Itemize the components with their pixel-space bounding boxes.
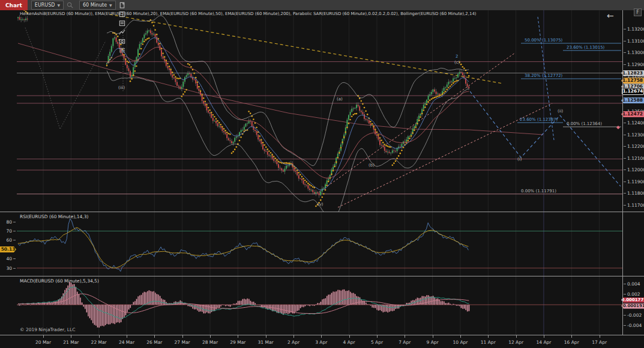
- panel-divider[interactable]: [0, 212, 644, 212]
- fib-label: 50.00% (1.13075): [525, 38, 563, 43]
- focus-corner-button[interactable]: F: [634, 8, 642, 16]
- wave-label: (c): [454, 60, 460, 65]
- chart-trader-icon[interactable]: [116, 10, 128, 19]
- date-label: 12 Apr: [504, 340, 528, 345]
- macd-tick-label: -0.002: [623, 313, 644, 318]
- instrument-value: EURUSD: [35, 2, 55, 8]
- date-label: 3 Apr: [309, 340, 333, 345]
- date-label: 24 Mar: [115, 340, 139, 345]
- properties-icon[interactable]: [116, 46, 128, 55]
- new-page-icon[interactable]: [116, 1, 128, 10]
- macd-value-badge: -0.000191: [621, 304, 644, 309]
- date-label: 7 Apr: [393, 340, 417, 345]
- date-label: 10 Apr: [448, 340, 472, 345]
- snapshot-icon[interactable]: [116, 37, 128, 46]
- rsi-tick-label: 80: [0, 219, 12, 225]
- date-label: 27 Mar: [170, 340, 194, 345]
- date-tick: [293, 335, 294, 338]
- date-tick: [460, 335, 461, 338]
- date-tick: [571, 335, 572, 338]
- wave-label: (v): [317, 202, 324, 207]
- fib-label: 0.00% (1.12364): [567, 121, 602, 126]
- date-tick: [99, 335, 100, 338]
- macd-label: MACD(EURUSD (60 Minute),5,34,5): [20, 278, 99, 284]
- chart-toolbar: Chart EURUSD ▼ 60 Minute ▼: [0, 0, 644, 10]
- rsi-tick-label: 60: [0, 237, 12, 243]
- macd-tick-label: 0.004: [623, 281, 644, 287]
- date-tick: [266, 335, 266, 338]
- date-label: 31 Mar: [254, 340, 278, 345]
- macd-value-badge: 0.000177: [621, 298, 644, 303]
- main-price-panel[interactable]: 50.00% (1.13075)23.60% (1.13015)38.20% (…: [17, 4, 622, 220]
- wave-label: (b): [369, 163, 375, 168]
- date-tick: [433, 335, 433, 338]
- toolbar-buttons: [116, 0, 128, 55]
- indicator-label: HeikenAshi8(EURUSD (60 Minute)), EMA(EUR…: [20, 11, 477, 16]
- rsi-tick-label: 70: [0, 228, 12, 234]
- wave-label: (ii): [558, 109, 564, 114]
- scroll-left-arrow-icon[interactable]: ←: [607, 11, 614, 20]
- wave-label: 2: [456, 54, 458, 59]
- chart-canvas[interactable]: 50.00% (1.13075)23.60% (1.13015)38.20% (…: [0, 0, 644, 348]
- date-tick: [182, 335, 183, 338]
- date-label: 11 Apr: [476, 340, 500, 345]
- date-tick: [71, 335, 71, 338]
- macd-plot[interactable]: [17, 276, 622, 335]
- wave-label: (iii): [118, 85, 125, 90]
- date-label: 29 Mar: [226, 340, 250, 345]
- date-label: 21 Mar: [59, 340, 83, 345]
- rsi-tick-label: 40: [0, 256, 12, 261]
- date-tick: [405, 335, 405, 338]
- date-tick: [238, 335, 238, 338]
- interval-select[interactable]: 60 Minute ▼: [79, 1, 116, 10]
- date-label: 5 Apr: [365, 340, 389, 345]
- date-tick: [210, 335, 211, 338]
- rsi-label: RSI(EURUSD (60 Minute),14,3): [20, 214, 88, 219]
- rsi-tick-label: 30: [0, 266, 12, 271]
- fib-label: 38.20% (1.12772): [525, 73, 563, 78]
- instrument-search-slot: [64, 1, 76, 10]
- date-tick: [516, 335, 517, 338]
- panel-divider[interactable]: [0, 276, 644, 276]
- wave-label: (i): [517, 157, 522, 162]
- indicator-line-icon[interactable]: [116, 28, 128, 37]
- date-label: 2 Apr: [281, 340, 305, 345]
- chart-tab[interactable]: Chart: [0, 0, 28, 10]
- instrument-search-icon[interactable]: [64, 1, 76, 10]
- date-tick: [321, 335, 322, 338]
- date-tick: [544, 335, 544, 338]
- date-axis[interactable]: 20 Mar21 Mar22 Mar24 Mar26 Mar27 Mar28 M…: [0, 335, 644, 348]
- date-label: 17 Apr: [588, 340, 612, 345]
- copyright-text: © 2019 NinjaTrader, LLC: [20, 327, 75, 332]
- macd-tick-label: -0.004: [623, 323, 644, 328]
- date-tick: [600, 335, 600, 338]
- date-tick: [377, 335, 378, 338]
- axis-divider: [622, 10, 623, 335]
- date-label: 14 Apr: [532, 340, 556, 345]
- rsi-plot[interactable]: [17, 212, 622, 276]
- chevron-down-icon: ▼: [57, 3, 60, 7]
- wave-label: (a): [337, 97, 343, 102]
- date-label: 22 Mar: [87, 340, 111, 345]
- date-tick: [127, 335, 127, 338]
- date-tick: [43, 335, 44, 338]
- date-tick: [154, 335, 155, 338]
- date-tick: [349, 335, 350, 338]
- diamond-marker: [616, 126, 620, 129]
- fib-label: 0.00% (1.11791): [521, 189, 556, 194]
- rsi-value-badge: 50.13: [0, 246, 16, 252]
- fib-label: 23.60% (1.12387): [520, 117, 558, 122]
- date-tick: [488, 335, 489, 338]
- chevron-down-icon: ▼: [109, 3, 112, 7]
- data-box-icon[interactable]: [116, 19, 128, 28]
- panel-divider: [0, 335, 644, 335]
- macd-axis[interactable]: 0.0040.002-0.002-0.0040.000177-0.000191: [623, 0, 644, 348]
- interval-value: 60 Minute: [83, 2, 107, 8]
- instrument-select[interactable]: EURUSD ▼: [31, 1, 64, 10]
- ninjatrader-chart-window: 50.00% (1.13075)23.60% (1.13015)38.20% (…: [0, 0, 644, 348]
- fib-label: 23.60% (1.13015): [567, 45, 605, 50]
- rsi-axis[interactable]: 807060403050.13: [0, 0, 17, 348]
- date-label: 26 Mar: [142, 340, 166, 345]
- date-label: 9 Apr: [421, 340, 445, 345]
- date-label: 20 Mar: [31, 340, 55, 345]
